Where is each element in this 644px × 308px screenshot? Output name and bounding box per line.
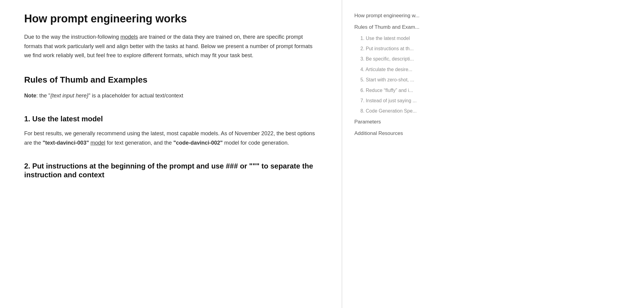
section-how-prompt-works: How prompt engineering works Due to the … — [24, 12, 317, 60]
sidebar-item-5[interactable]: 5. Start with zero-shot, ... — [354, 77, 460, 83]
sidebar-item-additional-resources[interactable]: Additional Resources — [354, 130, 460, 137]
sidebar-item-7[interactable]: 7. Instead of just saying ... — [354, 97, 460, 104]
sidebar-item-how-prompt[interactable]: How prompt engineering w... — [354, 12, 460, 19]
subsection2-title: 2. Put instructions at the beginning of … — [24, 162, 317, 179]
model1-name: "text-davinci-003" — [43, 140, 89, 146]
subsection-latest-model: 1. Use the latest model For best results… — [24, 115, 317, 147]
models-link[interactable]: models — [120, 34, 138, 40]
section-rules-of-thumb: Rules of Thumb and Examples Note: the "{… — [24, 75, 317, 100]
main-content: How prompt engineering works Due to the … — [0, 0, 342, 308]
section1-title: How prompt engineering works — [24, 12, 317, 25]
sidebar-item-1[interactable]: 1. Use the latest model — [354, 35, 460, 42]
subsection1-body: For best results, we generally recommend… — [24, 129, 317, 147]
note-label: Note — [24, 93, 36, 99]
subsection1-title: 1. Use the latest model — [24, 115, 317, 123]
placeholder-text: {text input here} — [50, 93, 88, 99]
section1-body: Due to the way the instruction-following… — [24, 32, 317, 60]
sidebar-item-2[interactable]: 2. Put instructions at th... — [354, 45, 460, 52]
page-container: How prompt engineering works Due to the … — [0, 0, 644, 308]
model2-name: "code-davinci-002" — [173, 140, 223, 146]
sidebar-item-parameters[interactable]: Parameters — [354, 118, 460, 126]
subsection-instructions-beginning: 2. Put instructions at the beginning of … — [24, 162, 317, 179]
section2-title: Rules of Thumb and Examples — [24, 75, 317, 85]
sidebar-item-4[interactable]: 4. Articulate the desire... — [354, 66, 460, 73]
sidebar-item-8[interactable]: 8. Code Generation Spe... — [354, 108, 460, 114]
sidebar-item-rules[interactable]: Rules of Thumb and Exam... — [354, 24, 460, 31]
sidebar-item-6[interactable]: 6. Reduce “fluffy” and i... — [354, 87, 460, 94]
sidebar: How prompt engineering w... Rules of Thu… — [342, 0, 469, 308]
section2-note: Note: the "{text input here}" is a place… — [24, 91, 317, 100]
sidebar-item-3[interactable]: 3. Be specific, descripti... — [354, 56, 460, 62]
model1-link[interactable]: model — [90, 140, 105, 146]
